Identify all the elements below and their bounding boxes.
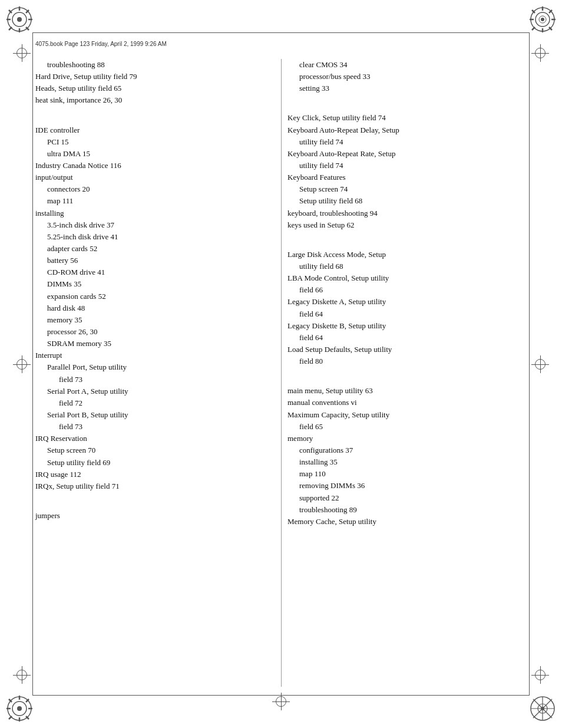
right-column: clear CMOS 34 processor/bus speed 33 set… bbox=[281, 59, 527, 687]
svg-point-33 bbox=[17, 706, 22, 711]
list-item: IRQ Reservation bbox=[35, 433, 275, 444]
list-item: field 65 bbox=[287, 421, 527, 433]
list-item: field 72 bbox=[35, 397, 275, 409]
list-item: map 110 bbox=[287, 468, 527, 480]
list-item: field 80 bbox=[287, 355, 527, 367]
list-item: field 73 bbox=[35, 374, 275, 386]
svg-point-40 bbox=[541, 707, 544, 710]
list-item: Heads, Setup utility field 65 bbox=[35, 83, 275, 94]
list-item: keyboard, troubleshooting 94 bbox=[287, 207, 527, 219]
list-item: field 66 bbox=[287, 284, 527, 296]
header: 4075.book Page 123 Friday, April 2, 1999… bbox=[35, 35, 527, 52]
list-item: CD-ROM drive 41 bbox=[35, 266, 275, 278]
list-item: removing DIMMs 36 bbox=[287, 480, 527, 492]
list-item: Key Click, Setup utility field 74 bbox=[287, 112, 527, 124]
corner-tl bbox=[6, 6, 35, 35]
svg-line-9 bbox=[9, 27, 12, 30]
list-item: Serial Port A, Setup utility bbox=[35, 386, 275, 397]
list-item: DIMMs 35 bbox=[35, 278, 275, 290]
reg-mark-mid-right bbox=[531, 355, 549, 373]
list-item: ultra DMA 15 bbox=[35, 148, 275, 160]
list-item: IRQx, Setup utility field 71 bbox=[35, 480, 275, 492]
page: 4075.book Page 123 Friday, April 2, 1999… bbox=[0, 0, 562, 728]
list-item: processor 26, 30 bbox=[35, 326, 275, 338]
list-item: battery 56 bbox=[35, 255, 275, 266]
reg-mark-top-left bbox=[13, 44, 31, 62]
content-area: troubleshooting 88 Hard Drive, Setup uti… bbox=[35, 59, 527, 687]
list-item: Setup utility field 68 bbox=[287, 195, 527, 207]
list-item: Setup utility field 69 bbox=[35, 457, 275, 469]
svg-line-32 bbox=[9, 716, 12, 719]
list-item: heat sink, importance 26, 30 bbox=[35, 94, 275, 106]
list-item: input/output bbox=[35, 172, 275, 183]
border-left bbox=[32, 32, 33, 696]
list-item: SDRAM memory 35 bbox=[35, 338, 275, 350]
svg-point-10 bbox=[17, 17, 22, 22]
reg-mark-mid-left bbox=[13, 355, 31, 373]
svg-line-20 bbox=[532, 27, 535, 30]
left-column: troubleshooting 88 Hard Drive, Setup uti… bbox=[35, 59, 281, 687]
list-item: Load Setup Defaults, Setup utility bbox=[287, 344, 527, 355]
list-item: processor/bus speed 33 bbox=[287, 71, 527, 83]
border-right bbox=[529, 32, 530, 696]
list-item: setting 33 bbox=[287, 83, 527, 94]
list-item: keys used in Setup 62 bbox=[287, 219, 527, 231]
list-item: Keyboard Auto-Repeat Rate, Setup bbox=[287, 148, 527, 160]
list-item: configurations 37 bbox=[287, 444, 527, 456]
list-item: expansion cards 52 bbox=[35, 291, 275, 302]
list-item: troubleshooting 89 bbox=[287, 504, 527, 516]
list-item: installing bbox=[35, 207, 275, 219]
reg-mark-bottom-right bbox=[531, 666, 549, 684]
list-item: supported 22 bbox=[287, 492, 527, 504]
list-item: clear CMOS 34 bbox=[287, 59, 527, 71]
list-item: Industry Canada Notice 116 bbox=[35, 160, 275, 172]
list-item: hard disk 48 bbox=[35, 302, 275, 314]
list-item: Interrupt bbox=[35, 350, 275, 361]
border-top bbox=[32, 32, 530, 33]
list-item: Large Disk Access Mode, Setup bbox=[287, 249, 527, 261]
list-item: memory bbox=[287, 433, 527, 444]
list-item: field 64 bbox=[287, 332, 527, 344]
list-item: Setup screen 70 bbox=[35, 444, 275, 456]
list-item: 3.5-inch disk drive 37 bbox=[35, 219, 275, 231]
list-item: Legacy Diskette A, Setup utility bbox=[287, 296, 527, 308]
list-item: Keyboard Auto-Repeat Delay, Setup bbox=[287, 124, 527, 136]
list-item: adapter cards 52 bbox=[35, 243, 275, 255]
list-item: main menu, Setup utility 63 bbox=[287, 385, 527, 397]
header-text: 4075.book Page 123 Friday, April 2, 1999… bbox=[35, 41, 167, 47]
corner-br bbox=[527, 693, 556, 722]
list-item: memory 35 bbox=[35, 314, 275, 326]
list-item: Parallel Port, Setup utility bbox=[35, 361, 275, 373]
list-item: LBA Mode Control, Setup utility bbox=[287, 272, 527, 284]
svg-point-22 bbox=[541, 18, 544, 21]
list-item: utility field 74 bbox=[287, 136, 527, 148]
list-item: manual conventions vi bbox=[287, 397, 527, 409]
list-item: PCI 15 bbox=[35, 136, 275, 148]
corner-bl bbox=[6, 693, 35, 722]
list-item: Serial Port B, Setup utility bbox=[35, 409, 275, 421]
list-item: utility field 68 bbox=[287, 261, 527, 272]
list-item: Maximum Capacity, Setup utility bbox=[287, 409, 527, 421]
list-item: 5.25-inch disk drive 41 bbox=[35, 231, 275, 243]
reg-mark-top-right bbox=[531, 44, 549, 62]
reg-mark-bottom-center bbox=[272, 693, 290, 710]
list-item: Setup screen 74 bbox=[287, 183, 527, 195]
list-item: connectors 20 bbox=[35, 183, 275, 195]
list-item: field 73 bbox=[35, 421, 275, 433]
list-item: utility field 74 bbox=[287, 160, 527, 172]
list-item: Memory Cache, Setup utility bbox=[287, 516, 527, 528]
list-item: map 111 bbox=[35, 195, 275, 207]
corner-tr bbox=[527, 6, 556, 35]
list-item: Keyboard Features bbox=[287, 172, 527, 183]
list-item: IRQ usage 112 bbox=[35, 469, 275, 480]
list-item: installing 35 bbox=[287, 456, 527, 468]
list-item: troubleshooting 88 bbox=[35, 59, 275, 71]
reg-mark-bottom-left bbox=[13, 666, 31, 684]
list-item: Legacy Diskette B, Setup utility bbox=[287, 320, 527, 332]
list-item: Hard Drive, Setup utility field 79 bbox=[35, 71, 275, 83]
list-item: jumpers bbox=[35, 510, 275, 522]
list-item: IDE controller bbox=[35, 124, 275, 136]
list-item: field 64 bbox=[287, 308, 527, 320]
